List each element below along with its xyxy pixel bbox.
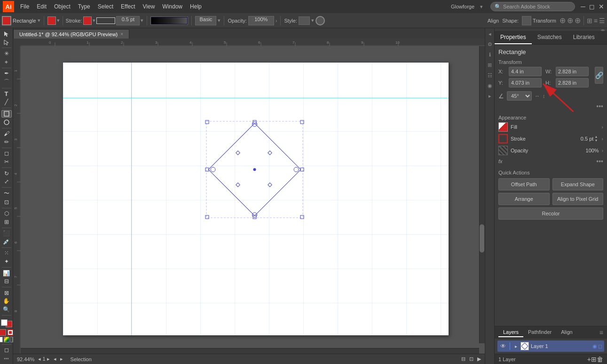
panel-expand-icon[interactable]: ▸ <box>486 92 494 100</box>
layer-target-icon[interactable]: ◉ <box>592 343 597 349</box>
stroke-value-input[interactable]: 0.5 pt <box>116 16 140 25</box>
color-wheel-icon[interactable]: ◉ <box>486 82 494 89</box>
no-color-icon[interactable] <box>0 337 3 342</box>
layer-item[interactable]: 👁 ▸ Layer 1 ◉ ◻ <box>497 340 604 352</box>
transform-button[interactable]: Transform <box>533 18 556 24</box>
stroke-value[interactable]: 0.5 pt <box>581 136 594 142</box>
curvature-tool[interactable]: ⌒ <box>1 78 12 86</box>
hamburger-icon[interactable]: ☰ <box>599 17 605 24</box>
fill-color-swatch[interactable] <box>47 16 56 25</box>
current-fill[interactable] <box>0 329 6 336</box>
recolor-button[interactable]: Recolor <box>498 207 603 220</box>
more-tools[interactable]: ••• <box>1 355 12 362</box>
transform-options[interactable]: ⊕ <box>560 16 566 25</box>
document-tab[interactable]: Untitled-1* @ 92.44% (RGB/GPU Preview) × <box>13 29 129 39</box>
flip-v-icon[interactable]: ↕ <box>543 93 545 99</box>
arrange-options[interactable]: ⊕ <box>567 16 573 25</box>
opacity-input[interactable]: 100% <box>248 16 274 25</box>
stroke-swatch[interactable] <box>498 134 508 143</box>
slice-tool[interactable]: ⊠ <box>1 289 12 297</box>
paintbrush-tool[interactable]: 🖌 <box>1 130 12 138</box>
menu-object[interactable]: Object <box>51 2 74 11</box>
tab-swatches[interactable]: Swatches <box>532 31 568 44</box>
flip-h-icon[interactable]: ↔ <box>535 93 540 99</box>
more-options[interactable]: ⊕ <box>575 16 581 25</box>
gradient-preview[interactable] <box>150 16 188 25</box>
eraser-tool[interactable]: ◻ <box>1 150 12 158</box>
fx-button[interactable]: fx <box>498 158 503 164</box>
workspace-dropdown-icon[interactable]: ▾ <box>480 4 483 10</box>
arrange-button[interactable]: Arrange <box>498 193 550 205</box>
layer-select-icon[interactable]: ◻ <box>598 343 602 349</box>
layers-icon[interactable]: ⊞ <box>486 61 494 69</box>
zoom-prev-icon[interactable]: ◂ <box>38 356 41 362</box>
zoom-tool[interactable]: 🔍 <box>1 306 12 313</box>
nav-prev-icon[interactable]: ◂ <box>54 356 56 362</box>
shape-swatch[interactable] <box>522 16 531 25</box>
stroke-unit-dropdown[interactable]: ▾ <box>141 17 143 24</box>
opacity-expand-icon[interactable]: › <box>602 148 603 153</box>
style-dropdown-icon[interactable]: ▾ <box>218 17 221 24</box>
opacity-swatch[interactable] <box>498 146 508 155</box>
tab-pathfinder[interactable]: Pathfinder <box>523 328 556 337</box>
menu-select[interactable]: Select <box>95 2 117 11</box>
h-input[interactable] <box>556 78 589 87</box>
shape-tool-dropdown[interactable]: ▾ <box>38 17 40 24</box>
add-layer-icon[interactable]: + <box>587 356 591 363</box>
menu-effect[interactable]: Effect <box>118 2 138 11</box>
menu-view[interactable]: View <box>140 2 158 11</box>
rotate-tool[interactable]: ↻ <box>1 170 12 177</box>
profile-icon[interactable] <box>315 16 325 25</box>
menu-help[interactable]: Help <box>187 2 205 11</box>
nav-next-icon[interactable]: ▸ <box>60 356 63 362</box>
horizontal-scrollbar[interactable] <box>21 348 479 354</box>
align-pixel-grid-button[interactable]: Align to Pixel Grid <box>552 193 604 205</box>
shape-container[interactable] <box>204 119 305 220</box>
select-tool[interactable] <box>1 30 12 38</box>
line-tool[interactable]: ╱ <box>1 98 12 106</box>
layer-visibility-icon[interactable]: 👁 <box>499 342 507 350</box>
opacity-more-icon[interactable]: › <box>276 18 277 24</box>
style-swatch-dropdown[interactable]: ▾ <box>311 17 314 24</box>
arrange-icon[interactable]: ⊡ <box>469 356 473 362</box>
free-transform-tool[interactable]: ⊡ <box>1 198 12 206</box>
diamond-shape[interactable] <box>204 119 305 220</box>
color-swatches[interactable] <box>1 319 12 327</box>
opacity-value[interactable]: 100% <box>586 148 599 153</box>
play-icon[interactable]: ▶ <box>477 356 481 362</box>
layer-expand-icon[interactable]: ▸ <box>513 343 519 349</box>
blend-tool[interactable]: ⁙ <box>1 250 12 257</box>
rectangle-tool[interactable] <box>1 110 12 118</box>
hand-tool[interactable]: ✋ <box>1 298 12 305</box>
type-tool[interactable]: T <box>1 90 12 98</box>
shape-button[interactable]: Shape: <box>502 18 519 24</box>
appearance-more-icon[interactable]: ••• <box>596 158 603 165</box>
symbol-tool[interactable]: ✦ <box>1 258 12 265</box>
panel-collapse-toggle[interactable]: ◂ <box>486 30 494 38</box>
grid-icon[interactable]: ⊞ <box>587 17 592 24</box>
style-dropdown[interactable]: Basic <box>195 16 216 25</box>
draw-mode-normal[interactable]: ◻ <box>1 346 12 354</box>
expand-shape-button[interactable]: Expand Shape <box>552 178 604 190</box>
w-input[interactable] <box>556 67 589 76</box>
delete-layer-icon[interactable]: 🗑 <box>597 356 603 363</box>
stroke-spinner[interactable]: ▲ ▼ <box>594 135 598 142</box>
warp-tool[interactable]: 〜 <box>1 190 12 198</box>
stroke-dropdown-icon[interactable]: ▾ <box>93 17 95 24</box>
offset-path-button[interactable]: Offset Path <box>498 178 550 190</box>
color-icon[interactable] <box>4 337 9 342</box>
bar-graph-tool[interactable]: 📊 <box>1 269 12 277</box>
current-stroke[interactable] <box>7 329 14 336</box>
mesh-tool[interactable]: ⊞ <box>1 218 12 226</box>
style-swatch[interactable] <box>299 16 310 25</box>
y-input[interactable] <box>509 78 542 87</box>
tab-close-button[interactable]: × <box>120 32 123 37</box>
close-button[interactable]: ✕ <box>599 3 604 10</box>
fill-dropdown-icon[interactable]: ▾ <box>57 17 60 24</box>
artboard-tool[interactable]: ⊟ <box>1 277 12 285</box>
layer-name[interactable]: Layer 1 <box>531 343 591 349</box>
restore-button[interactable]: ◻ <box>589 3 595 10</box>
angle-input[interactable]: 45° 0° 90° 180° <box>507 91 532 101</box>
menu-edit[interactable]: Edit <box>33 2 50 11</box>
tab-libraries[interactable]: Libraries <box>568 31 600 44</box>
